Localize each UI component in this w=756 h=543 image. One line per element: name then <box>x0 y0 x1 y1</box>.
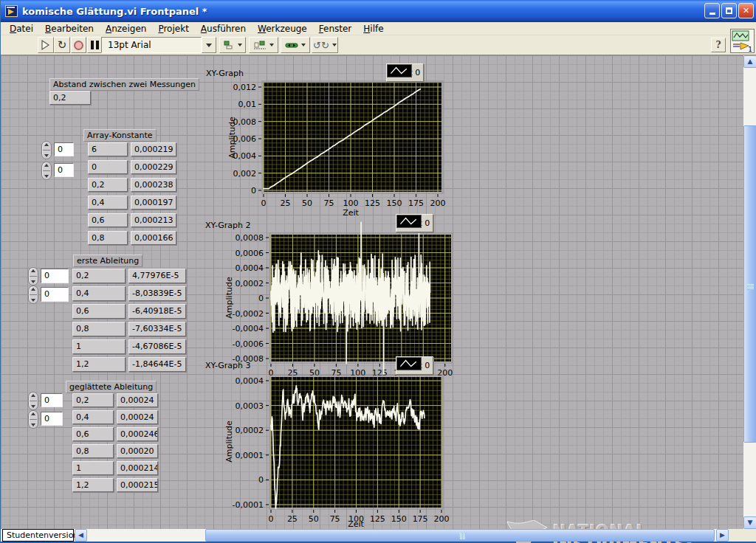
studentenversion-tab[interactable]: Studentenversion <box>2 529 74 542</box>
array-cell[interactable]: 0,8 <box>72 444 114 458</box>
array-konstante-index2-field[interactable]: 0 <box>54 163 74 177</box>
array-cell[interactable]: -6,40918E-5 <box>128 304 186 319</box>
array-cell[interactable]: 0,000238 <box>131 178 176 192</box>
horizontal-scrollbar[interactable]: ◀ ▶ <box>75 529 729 542</box>
erste-ableitung-index2-spinner[interactable] <box>28 286 38 304</box>
array-cell[interactable]: 1 <box>72 339 126 354</box>
table-row: 0,8 0,000166 <box>88 231 176 245</box>
maximize-button[interactable] <box>721 3 737 18</box>
table-row: 0,2 0,00024 <box>72 393 158 407</box>
xy-graph-3[interactable]: XY-Graph 3 02550751001251501752000,00040… <box>201 356 467 535</box>
menu-werkzeuge[interactable]: Werkzeuge <box>252 23 313 35</box>
array-konstante-index1-spinner[interactable] <box>41 141 52 159</box>
array-cell[interactable]: 0,8 <box>88 231 128 245</box>
array-cell[interactable]: 1,2 <box>72 478 114 492</box>
array-cell[interactable]: 0,6 <box>72 427 114 441</box>
erste-ableitung-index1-field[interactable]: 0 <box>41 269 69 283</box>
array-cell[interactable]: 0,00020 <box>117 444 158 458</box>
geglaettete-ableitung-index2-spinner[interactable] <box>28 410 38 429</box>
reorder-icon: ↺↻ <box>313 40 329 51</box>
array-cell[interactable]: 0,6 <box>72 304 126 319</box>
array-cell[interactable]: 0,2 <box>88 178 128 192</box>
array-cell[interactable]: -4,67086E-5 <box>128 339 186 354</box>
array-cell[interactable]: 0,000246 <box>117 427 158 441</box>
run-continuously-button[interactable]: ↻ <box>54 37 70 53</box>
array-cell[interactable]: 0,6 <box>88 213 128 227</box>
array-cell[interactable]: 0,4 <box>72 410 114 424</box>
array-cell[interactable]: 0 <box>88 160 128 174</box>
array-cell[interactable]: 0,000197 <box>131 196 176 210</box>
title-bar: komische Glättung.vi Frontpanel * ✕ <box>1 0 756 22</box>
erste-ableitung-index2-field[interactable]: 0 <box>41 287 69 302</box>
align-objects-button[interactable] <box>219 37 246 53</box>
distribute-objects-button[interactable] <box>249 37 278 53</box>
vertical-scroll-thumb[interactable] <box>743 125 756 443</box>
run-button[interactable] <box>38 37 54 53</box>
geglaettete-ableitung-index1-spinner[interactable] <box>28 392 38 410</box>
menu-anzeigen[interactable]: Anzeigen <box>100 23 152 35</box>
svg-text:0: 0 <box>258 294 264 303</box>
array-konstante-array: 6 0,000219 0 0,000229 0,2 0,000238 0,4 0… <box>88 142 176 245</box>
erste-ableitung-index1-spinner[interactable] <box>28 267 38 286</box>
array-konstante-index2-spinner[interactable] <box>41 162 52 180</box>
xy-graph-1[interactable]: XY-Graph 025507510012515017520000,0020,0… <box>201 65 463 216</box>
menu-ausfuehren[interactable]: Ausführen <box>195 23 252 35</box>
menu-projekt[interactable]: Projekt <box>152 23 194 35</box>
array-cell[interactable]: 0,000229 <box>131 160 176 174</box>
geglaettete-ableitung-index1-field[interactable]: 0 <box>41 393 63 407</box>
minimize-button[interactable] <box>704 3 720 18</box>
vertical-scrollbar[interactable]: ▲ ▼ <box>743 55 756 529</box>
svg-text:0: 0 <box>261 198 267 208</box>
array-cell[interactable]: -1,84644E-5 <box>128 357 186 372</box>
menu-hilfe[interactable]: Hilfe <box>357 23 389 35</box>
y-axis-label: Amplitude <box>227 94 237 182</box>
array-cell[interactable]: 0,00024 <box>117 410 158 424</box>
array-cell[interactable]: 0,000214 <box>117 461 158 475</box>
scroll-up-button[interactable]: ▲ <box>743 55 756 68</box>
menu-fenster[interactable]: Fenster <box>313 23 358 35</box>
array-cell[interactable]: 0,000215 <box>117 478 158 492</box>
svg-text:0,01: 0,01 <box>238 100 257 109</box>
font-selector[interactable]: 13pt Arial <box>101 37 202 53</box>
scrollbar-corner <box>742 529 756 542</box>
array-cell[interactable]: 6 <box>88 142 128 156</box>
array-cell[interactable]: 0,000166 <box>131 231 176 245</box>
array-konstante-index1-field[interactable]: 0 <box>54 142 74 156</box>
array-cell[interactable]: -8,03839E-5 <box>128 286 186 301</box>
array-cell[interactable]: -7,60334E-5 <box>128 322 186 336</box>
array-cell[interactable]: 0,4 <box>88 196 128 210</box>
context-help-button[interactable]: ? <box>711 38 726 52</box>
array-cell[interactable]: 0,4 <box>72 286 126 301</box>
menu-datei[interactable]: Datei <box>4 23 39 35</box>
svg-text:0,0002: 0,0002 <box>236 279 264 288</box>
abstand-label: Abstand zwischen zwei Messungen <box>49 78 199 91</box>
run-icon <box>40 39 52 51</box>
array-cell[interactable]: 0,2 <box>72 269 126 283</box>
geglaettete-ableitung-index2-field[interactable]: 0 <box>41 412 63 426</box>
array-cell[interactable]: 4,77976E-5 <box>128 269 186 283</box>
array-cell[interactable]: 0,000219 <box>131 142 176 156</box>
abstand-value-field[interactable]: 0,2 <box>49 91 91 105</box>
scroll-right-button[interactable]: ▶ <box>716 529 729 542</box>
array-cell[interactable]: 1 <box>72 461 114 475</box>
array-cell[interactable]: 0,000213 <box>131 213 176 227</box>
scroll-left-button[interactable]: ◀ <box>75 529 87 542</box>
menu-bearbeiten[interactable]: Bearbeiten <box>39 23 100 35</box>
array-cell[interactable]: 0,2 <box>72 393 114 407</box>
pause-button[interactable] <box>87 37 103 53</box>
vi-connector-icon[interactable]: 1 <box>730 29 755 53</box>
resize-objects-button[interactable] <box>281 37 310 53</box>
plot-legend[interactable]: Plot 0 <box>396 356 433 375</box>
close-button[interactable]: ✕ <box>738 3 754 18</box>
scroll-down-button[interactable]: ▼ <box>743 516 756 529</box>
array-cell[interactable]: 1,2 <box>72 357 126 372</box>
horizontal-scroll-thumb[interactable] <box>205 529 715 542</box>
abort-button[interactable] <box>71 37 86 53</box>
table-row: 1 -4,67086E-5 <box>72 339 186 354</box>
array-cell[interactable]: 0,00024 <box>117 393 158 407</box>
array-cell[interactable]: 0,8 <box>72 322 126 336</box>
plot-legend[interactable]: Plot 0 <box>396 214 433 232</box>
plot-legend[interactable]: Plot 0 <box>386 63 424 82</box>
reorder-button[interactable]: ↺↻ <box>312 37 338 53</box>
font-selector-dropdown[interactable] <box>202 37 216 53</box>
